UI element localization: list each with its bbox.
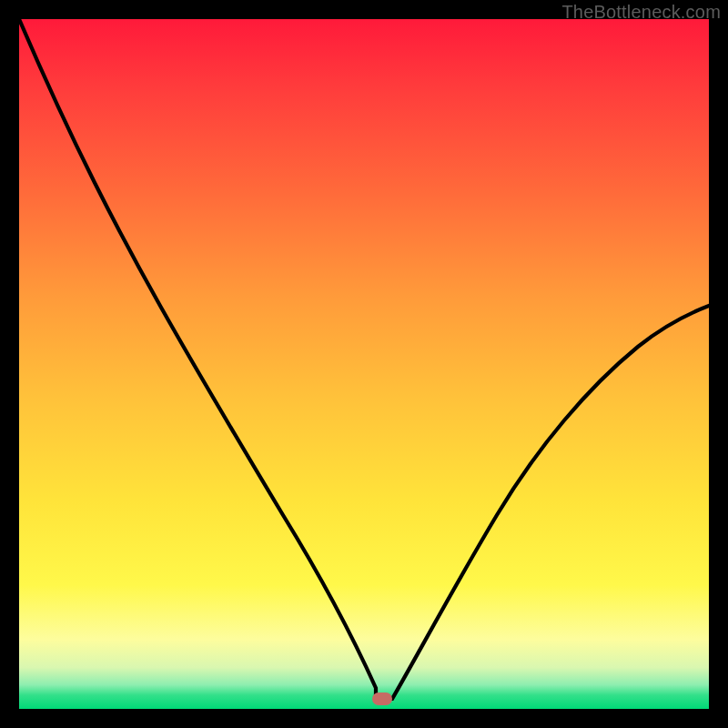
bottleneck-marker bbox=[372, 693, 392, 705]
chart-curve-layer bbox=[19, 19, 709, 709]
chart-plot-area bbox=[19, 19, 709, 709]
bottleneck-curve bbox=[19, 19, 709, 699]
